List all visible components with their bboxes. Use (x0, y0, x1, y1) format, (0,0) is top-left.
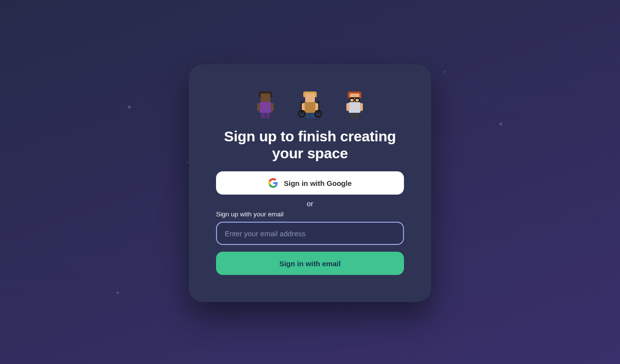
google-button-label: Sign in with Google (284, 179, 352, 187)
email-label: Sign up with your email (216, 211, 404, 218)
signup-modal: Sign up to finish creating your space Si… (189, 64, 431, 302)
star-icon: ✦ (125, 102, 133, 113)
google-logo-icon (268, 178, 278, 188)
star-icon: ✦ (443, 69, 447, 75)
email-signin-button[interactable]: Sign in with email (216, 252, 404, 275)
google-signin-button[interactable]: Sign in with Google (216, 171, 404, 195)
avatar-icon (253, 91, 278, 120)
avatar-row (216, 91, 404, 120)
avatar-icon (298, 91, 322, 120)
star-icon: ✦ (498, 120, 504, 128)
star-icon: ✦ (115, 289, 120, 296)
email-input[interactable] (216, 222, 404, 245)
modal-title: Sign up to finish creating your space (216, 128, 404, 162)
or-divider: or (216, 199, 404, 208)
avatar-icon (342, 91, 367, 120)
